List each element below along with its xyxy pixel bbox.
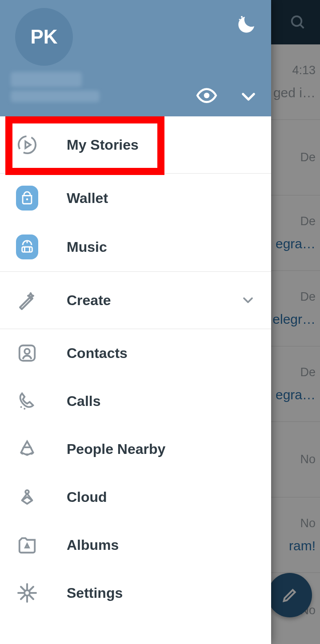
settings-icon (16, 582, 38, 604)
menu-albums[interactable]: Albums (0, 521, 271, 569)
svg-point-7 (26, 199, 28, 201)
avatar[interactable]: PK (15, 8, 73, 66)
menu-label: Contacts (67, 345, 128, 362)
menu-label: Create (67, 292, 111, 309)
menu-wallet[interactable]: Wallet (0, 174, 271, 223)
menu-label: Wallet (67, 190, 108, 207)
menu-create[interactable]: Create (0, 272, 271, 329)
menu-music[interactable]: Music (0, 223, 271, 271)
menu-label: Albums (67, 537, 119, 553)
menu-cloud[interactable]: Cloud (0, 473, 271, 521)
avatar-initials: PK (30, 26, 57, 48)
svg-marker-6 (25, 141, 31, 148)
albums-icon (16, 535, 38, 555)
night-mode-icon[interactable] (236, 13, 258, 35)
svg-point-5 (19, 136, 36, 153)
menu-label: Settings (67, 585, 123, 601)
svg-rect-8 (22, 247, 32, 252)
visibility-icon[interactable] (196, 84, 218, 107)
menu-label: Calls (67, 393, 100, 409)
contacts-icon (16, 343, 38, 363)
wand-icon (16, 290, 38, 311)
drawer-header: PK (0, 0, 271, 116)
svg-point-12 (24, 349, 30, 354)
svg-point-4 (204, 93, 210, 99)
menu-calls[interactable]: Calls (0, 377, 271, 425)
svg-point-3 (239, 19, 240, 20)
menu-my-stories[interactable]: My Stories (0, 116, 271, 173)
menu-settings[interactable]: Settings (0, 569, 271, 617)
svg-point-2 (241, 16, 243, 18)
navigation-drawer: PK My Stories (0, 0, 271, 644)
account-expand-icon[interactable] (239, 87, 258, 106)
menu-label: Cloud (67, 489, 107, 505)
stories-icon (16, 135, 38, 155)
account-name-redacted (11, 72, 82, 87)
menu-people-nearby[interactable]: People Nearby (0, 425, 271, 473)
calls-icon (16, 391, 38, 411)
music-icon (16, 235, 38, 259)
menu-contacts[interactable]: Contacts (0, 329, 271, 377)
wallet-icon (16, 186, 38, 211)
account-phone-redacted (11, 91, 100, 102)
menu-label: Music (67, 239, 107, 255)
svg-point-13 (20, 406, 22, 408)
cloud-icon (16, 487, 38, 507)
svg-point-14 (24, 408, 25, 409)
svg-point-20 (24, 590, 30, 596)
menu-label: People Nearby (67, 441, 165, 457)
chevron-down-icon (240, 292, 256, 308)
people-nearby-icon (16, 439, 38, 459)
menu-label: My Stories (67, 137, 139, 153)
